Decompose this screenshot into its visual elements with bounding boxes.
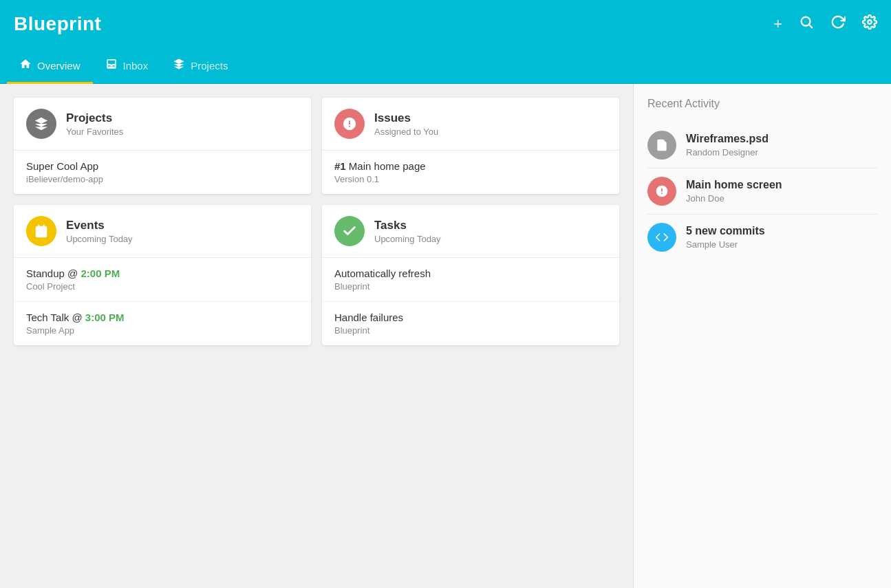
activity-title-1: Wireframes.psd <box>686 133 769 145</box>
add-icon[interactable]: + <box>773 15 782 33</box>
projects-card-title: Projects <box>66 111 123 125</box>
settings-icon[interactable] <box>862 14 877 34</box>
event-item-2-subtitle: Sample App <box>26 325 299 336</box>
svg-rect-3 <box>36 226 47 238</box>
tasks-card-title: Tasks <box>374 219 441 232</box>
event-item-2[interactable]: Tech Talk @ 3:00 PM Sample App <box>14 302 311 345</box>
main-content: Projects Your Favorites Super Cool App i… <box>0 84 891 588</box>
tab-projects[interactable]: Projects <box>160 50 240 84</box>
task-item-1-title: Automatically refresh <box>334 268 607 279</box>
issues-card-icon <box>334 109 365 139</box>
project-item-1-title: Super Cool App <box>26 160 299 172</box>
event-item-2-time: 3:00 PM <box>85 312 125 323</box>
task-item-1-subtitle: Blueprint <box>334 281 607 292</box>
issue-item-1-title: #1 Main home page <box>334 160 607 172</box>
activity-text-1: Wireframes.psd Random Designer <box>686 133 769 157</box>
tasks-card-header-text: Tasks Upcoming Today <box>374 219 441 244</box>
events-card-title: Events <box>66 219 133 232</box>
tab-inbox[interactable]: Inbox <box>93 50 161 84</box>
projects-card-icon <box>26 109 56 139</box>
activity-text-3: 5 new commits Sample User <box>686 225 765 250</box>
activity-title-3: 5 new commits <box>686 225 765 237</box>
issue-item-1[interactable]: #1 Main home page Version 0.1 <box>322 151 619 194</box>
content-grid: Projects Your Favorites Super Cool App i… <box>0 84 633 588</box>
events-card-header-text: Events Upcoming Today <box>66 219 133 244</box>
svg-line-1 <box>809 25 812 28</box>
issues-card-header-text: Issues Assigned to You <box>374 111 438 137</box>
activity-icon-3 <box>647 223 676 252</box>
event-item-1-time: 2:00 PM <box>80 268 120 279</box>
activity-item-1[interactable]: Wireframes.psd Random Designer <box>647 122 877 168</box>
tab-overview-label: Overview <box>37 60 80 72</box>
activity-icon-2 <box>647 177 676 206</box>
project-item-1[interactable]: Super Cool App iBeliever/demo-app <box>14 151 311 194</box>
event-item-1-label: Standup @ <box>26 268 80 279</box>
activity-item-3[interactable]: 5 new commits Sample User <box>647 215 877 260</box>
events-card: Events Upcoming Today Standup @ 2:00 PM … <box>14 205 311 345</box>
activity-title-2: Main home screen <box>686 179 782 191</box>
sidebar: Recent Activity Wireframes.psd Random De… <box>633 84 891 588</box>
events-card-header: Events Upcoming Today <box>14 205 311 258</box>
issues-card: Issues Assigned to You #1 Main home page… <box>322 98 619 194</box>
app-title: Blueprint <box>14 13 101 35</box>
activity-text-2: Main home screen John Doe <box>686 179 782 204</box>
inbox-icon <box>105 58 118 74</box>
event-item-1-subtitle: Cool Project <box>26 281 299 292</box>
issues-card-subtitle: Assigned to You <box>374 127 438 137</box>
header-actions: + <box>773 14 877 34</box>
activity-subtitle-3: Sample User <box>686 239 765 250</box>
tab-projects-label: Projects <box>191 60 228 72</box>
event-item-1[interactable]: Standup @ 2:00 PM Cool Project <box>14 258 311 302</box>
projects-icon <box>173 58 185 74</box>
activity-icon-1 <box>647 131 676 160</box>
task-item-1[interactable]: Automatically refresh Blueprint <box>322 258 619 302</box>
tab-inbox-label: Inbox <box>123 60 149 72</box>
issues-card-title: Issues <box>374 111 438 125</box>
issues-card-header: Issues Assigned to You <box>322 98 619 151</box>
tasks-card-icon <box>334 216 365 246</box>
search-icon[interactable] <box>799 14 814 34</box>
task-item-2[interactable]: Handle failures Blueprint <box>322 302 619 345</box>
tasks-card-header: Tasks Upcoming Today <box>322 205 619 258</box>
tab-overview[interactable]: Overview <box>7 50 93 84</box>
projects-card-header: Projects Your Favorites <box>14 98 311 151</box>
refresh-icon[interactable] <box>830 14 846 34</box>
projects-card-header-text: Projects Your Favorites <box>66 111 123 137</box>
issue-item-1-subtitle: Version 0.1 <box>334 174 607 184</box>
activity-subtitle-1: Random Designer <box>686 147 769 157</box>
task-item-2-subtitle: Blueprint <box>334 325 607 336</box>
svg-point-2 <box>868 20 872 24</box>
tasks-card: Tasks Upcoming Today Automatically refre… <box>322 205 619 345</box>
nav-bar: Overview Inbox Projects <box>0 48 891 84</box>
sidebar-title: Recent Activity <box>647 98 877 110</box>
projects-card-subtitle: Your Favorites <box>66 127 123 137</box>
projects-card: Projects Your Favorites Super Cool App i… <box>14 98 311 194</box>
home-icon <box>19 58 32 74</box>
activity-subtitle-2: John Doe <box>686 193 782 204</box>
issue-item-1-name: Main home page <box>349 160 426 172</box>
event-item-2-label: Tech Talk @ <box>26 312 85 323</box>
event-item-1-title: Standup @ 2:00 PM <box>26 268 299 279</box>
events-card-subtitle: Upcoming Today <box>66 234 133 244</box>
event-item-2-title: Tech Talk @ 3:00 PM <box>26 312 299 323</box>
issue-item-1-number: #1 <box>334 160 346 172</box>
activity-item-2[interactable]: Main home screen John Doe <box>647 168 877 215</box>
task-item-2-title: Handle failures <box>334 312 607 323</box>
project-item-1-subtitle: iBeliever/demo-app <box>26 174 299 184</box>
app-header: Blueprint + <box>0 0 891 48</box>
events-card-icon <box>26 216 56 246</box>
tasks-card-subtitle: Upcoming Today <box>374 234 441 244</box>
